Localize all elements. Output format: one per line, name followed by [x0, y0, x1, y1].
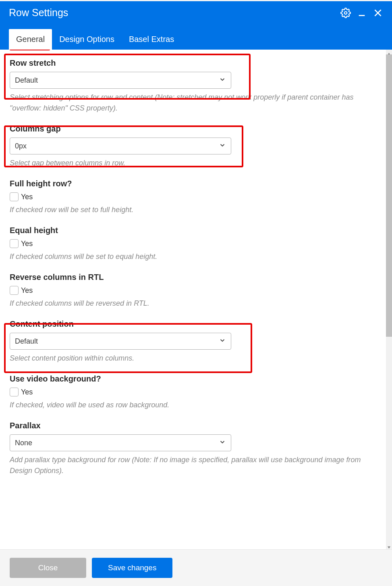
field-row-stretch: Row stretch Default Select stretching op… — [10, 58, 382, 114]
scrollbar-thumb[interactable] — [386, 54, 392, 337]
modal-header: Row Settings General Design Options Base… — [0, 1, 392, 50]
content-position-desc: Select content position within columns. — [10, 353, 382, 364]
field-full-height: Full height row? Yes If checked row will… — [10, 179, 382, 215]
equal-height-checkbox[interactable] — [10, 239, 19, 248]
field-video-bg: Use video background? Yes If checked, vi… — [10, 374, 382, 411]
reverse-rtl-checkbox[interactable] — [10, 286, 19, 295]
row-stretch-value: Default — [15, 76, 38, 85]
header-icons — [340, 8, 383, 18]
equal-height-desc: If checked columns will be set to equal … — [10, 251, 382, 262]
row-stretch-desc: Select stretching options for row and co… — [10, 92, 382, 114]
equal-height-row: Yes — [10, 239, 382, 248]
content-position-label: Content position — [10, 319, 382, 329]
video-bg-option: Yes — [21, 388, 33, 396]
reverse-rtl-row: Yes — [10, 286, 382, 295]
field-content-position: Content position Default Select content … — [10, 319, 382, 364]
columns-gap-label: Columns gap — [10, 124, 382, 133]
row-stretch-select[interactable]: Default — [10, 72, 231, 89]
content-position-value: Default — [15, 337, 38, 346]
gear-icon[interactable] — [340, 8, 351, 18]
parallax-value: None — [15, 439, 32, 447]
minimize-icon[interactable] — [357, 8, 366, 17]
columns-gap-select[interactable]: 0px — [10, 138, 231, 154]
scroll-area[interactable]: Row stretch Default Select stretching op… — [0, 50, 392, 549]
row-settings-modal: Row Settings General Design Options Base… — [0, 1, 392, 586]
tabs: General Design Options Basel Extras — [9, 29, 383, 50]
equal-height-option: Yes — [21, 240, 33, 248]
video-bg-checkbox[interactable] — [10, 388, 19, 396]
parallax-label: Parallax — [10, 421, 382, 430]
row-stretch-label: Row stretch — [10, 58, 382, 68]
full-height-label: Full height row? — [10, 179, 382, 188]
chevron-down-icon — [219, 438, 226, 448]
header-top: Row Settings — [9, 7, 383, 29]
tab-basel-extras[interactable]: Basel Extras — [122, 29, 181, 50]
chevron-down-icon — [219, 142, 226, 151]
reverse-rtl-label: Reverse columns in RTL — [10, 273, 382, 282]
columns-gap-desc: Select gap between columns in row. — [10, 158, 382, 169]
reverse-rtl-option: Yes — [21, 286, 33, 295]
tab-general[interactable]: General — [9, 29, 52, 50]
content-position-select[interactable]: Default — [10, 333, 231, 350]
svg-point-0 — [344, 11, 347, 14]
content: Row stretch Default Select stretching op… — [0, 50, 392, 499]
tab-design-options[interactable]: Design Options — [52, 29, 122, 50]
parallax-select[interactable]: None — [10, 434, 231, 451]
save-changes-button[interactable]: Save changes — [92, 558, 172, 578]
reverse-rtl-desc: If checked columns will be reversed in R… — [10, 298, 382, 309]
full-height-option: Yes — [21, 193, 33, 201]
modal-title: Row Settings — [9, 7, 68, 19]
equal-height-label: Equal height — [10, 226, 382, 235]
full-height-row: Yes — [10, 192, 382, 201]
close-icon[interactable] — [373, 8, 383, 18]
video-bg-row: Yes — [10, 388, 382, 396]
parallax-desc: Add parallax type background for row (No… — [10, 455, 382, 476]
full-height-desc: If checked row will be set to full heigh… — [10, 204, 382, 215]
field-columns-gap: Columns gap 0px Select gap between colum… — [10, 124, 382, 169]
close-button[interactable]: Close — [10, 558, 86, 578]
field-equal-height: Equal height Yes If checked columns will… — [10, 226, 382, 262]
full-height-checkbox[interactable] — [10, 192, 19, 201]
field-reverse-rtl: Reverse columns in RTL Yes If checked co… — [10, 273, 382, 309]
modal-footer: Close Save changes — [0, 549, 392, 586]
svg-marker-5 — [388, 546, 390, 549]
video-bg-desc: If checked, video will be used as row ba… — [10, 400, 382, 411]
scrollbar-track[interactable] — [386, 50, 392, 549]
chevron-down-icon — [219, 337, 226, 346]
video-bg-label: Use video background? — [10, 374, 382, 384]
chevron-down-icon — [219, 76, 226, 85]
field-parallax: Parallax None Add parallax type backgrou… — [10, 421, 382, 476]
scroll-down-icon[interactable] — [387, 544, 391, 548]
columns-gap-value: 0px — [15, 142, 27, 150]
